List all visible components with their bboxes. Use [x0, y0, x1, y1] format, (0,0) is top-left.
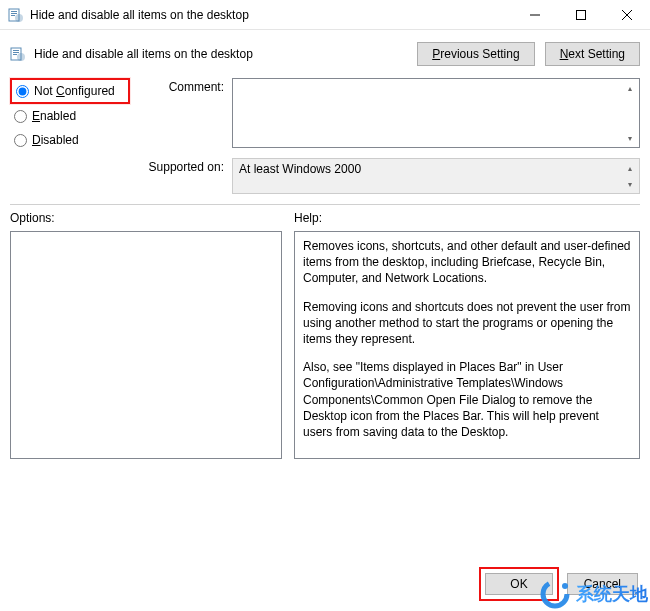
svg-rect-10 [13, 50, 19, 51]
svg-rect-2 [11, 13, 17, 14]
state-radios: Not Configured Enabled Disabled [10, 78, 130, 152]
scroll-down-icon: ▾ [622, 176, 638, 192]
maximize-button[interactable] [558, 0, 604, 30]
cancel-button[interactable]: Cancel [567, 573, 638, 595]
help-paragraph: Removes icons, shortcuts, and other defa… [303, 238, 631, 287]
previous-setting-button[interactable]: Previous Setting [417, 42, 534, 66]
svg-rect-3 [11, 15, 15, 16]
next-setting-button[interactable]: Next Setting [545, 42, 640, 66]
radio-not-configured[interactable]: Not Configured [10, 78, 130, 104]
radio-not-configured-input[interactable] [16, 85, 29, 98]
svg-point-4 [15, 14, 23, 22]
content-columns: Options: Help: Removes icons, shortcuts,… [0, 211, 650, 459]
radio-disabled-input[interactable] [14, 134, 27, 147]
footer: OK Cancel [0, 567, 650, 601]
divider [10, 204, 640, 205]
policy-title: Hide and disable all items on the deskto… [34, 47, 417, 61]
header: Hide and disable all items on the deskto… [0, 30, 650, 72]
scroll-up-icon: ▴ [622, 160, 638, 176]
svg-point-13 [17, 53, 25, 61]
options-label: Options: [10, 211, 282, 225]
titlebar: Hide and disable all items on the deskto… [0, 0, 650, 30]
comment-textarea[interactable]: ▴ ▾ [232, 78, 640, 148]
minimize-button[interactable] [512, 0, 558, 30]
comment-label: Comment: [140, 78, 232, 94]
close-button[interactable] [604, 0, 650, 30]
radio-enabled-input[interactable] [14, 110, 27, 123]
svg-rect-12 [13, 54, 17, 55]
comment-scrollbar[interactable]: ▴ ▾ [622, 80, 638, 146]
radio-enabled[interactable]: Enabled [10, 104, 130, 128]
svg-rect-6 [577, 10, 586, 19]
settings-area: Not Configured Enabled Disabled Comment:… [0, 72, 650, 194]
supported-on-box: At least Windows 2000 ▴ ▾ [232, 158, 640, 194]
help-column: Help: Removes icons, shortcuts, and othe… [294, 211, 640, 459]
scroll-up-icon[interactable]: ▴ [622, 80, 638, 96]
help-panel: Removes icons, shortcuts, and other defa… [294, 231, 640, 459]
options-column: Options: [10, 211, 282, 459]
supported-on-value: At least Windows 2000 [239, 162, 361, 176]
window-title: Hide and disable all items on the deskto… [30, 8, 249, 22]
radio-disabled[interactable]: Disabled [10, 128, 130, 152]
options-panel [10, 231, 282, 459]
help-label: Help: [294, 211, 640, 225]
policy-icon [8, 7, 24, 23]
radio-not-configured-label: Not Configured [34, 84, 115, 98]
radio-enabled-label: Enabled [32, 109, 76, 123]
radio-disabled-label: Disabled [32, 133, 79, 147]
supported-scrollbar: ▴ ▾ [622, 160, 638, 192]
ok-button[interactable]: OK [485, 573, 552, 595]
policy-icon [10, 46, 26, 62]
svg-rect-1 [11, 11, 17, 12]
supported-on-label: Supported on: [140, 158, 232, 174]
help-paragraph: Removing icons and shortcuts does not pr… [303, 299, 631, 348]
scroll-down-icon[interactable]: ▾ [622, 130, 638, 146]
ok-highlight: OK [479, 567, 558, 601]
help-paragraph: Also, see "Items displayed in Places Bar… [303, 359, 631, 440]
svg-rect-11 [13, 52, 19, 53]
